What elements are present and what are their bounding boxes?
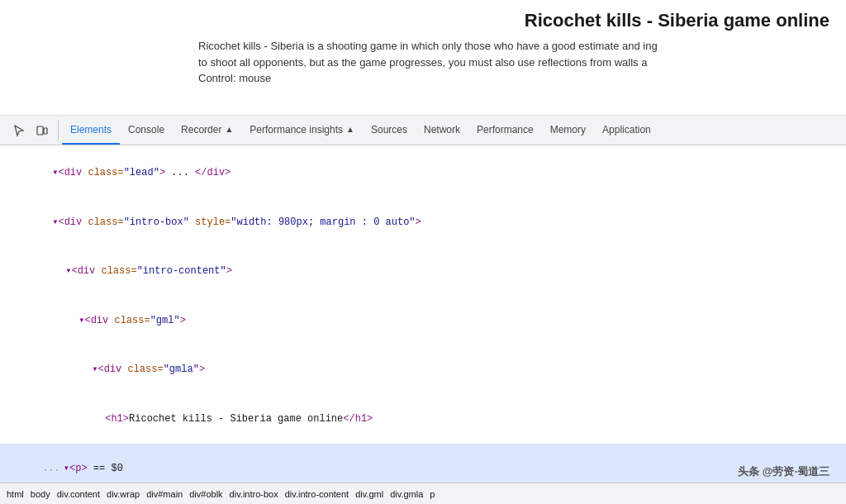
- html-line-3[interactable]: ▾<div class="intro-content">: [0, 247, 846, 297]
- svg-rect-1: [44, 128, 47, 134]
- html-line-6[interactable]: <h1>Ricochet kills - Siberia game online…: [0, 395, 846, 445]
- svg-rect-0: [37, 126, 43, 135]
- tab-recorder[interactable]: Recorder ▲: [173, 116, 241, 145]
- tab-elements[interactable]: ↓ Elements: [62, 116, 120, 145]
- breadcrumb-p[interactable]: p: [430, 489, 435, 499]
- html-line-1[interactable]: ▾<div class="lead"> ... </div>: [0, 149, 846, 198]
- breadcrumb-div-oblk[interactable]: div#oblk: [189, 489, 222, 499]
- tab-performance[interactable]: Performance: [468, 116, 542, 145]
- html-line-4[interactable]: ▾<div class="gml">: [0, 297, 846, 346]
- page-description: Ricochet kills - Siberia is a shooting g…: [198, 38, 829, 87]
- desc-line2: to shoot all opponents, but as the game …: [198, 56, 647, 69]
- page-title: Ricochet kills - Siberia game online: [198, 10, 829, 31]
- tab-sources[interactable]: Sources: [363, 116, 416, 145]
- breadcrumb-div-intro-box[interactable]: div.intro-box: [230, 489, 278, 499]
- tab-console-label: Console: [128, 124, 164, 136]
- breadcrumb-div-main[interactable]: div#main: [146, 489, 183, 499]
- tab-performance-insights-label: Performance insights: [250, 124, 343, 136]
- recorder-triangle-icon: ▲: [225, 125, 233, 134]
- tab-performance-label: Performance: [477, 124, 534, 136]
- cursor-icon[interactable]: [8, 120, 30, 141]
- devtools-content: ▾<div class="lead"> ... </div> ▾<div cla…: [0, 145, 846, 483]
- html-line-7[interactable]: ...▾<p> == $0: [0, 444, 846, 483]
- tab-recorder-label: Recorder: [181, 124, 221, 136]
- tab-network[interactable]: Network: [416, 116, 468, 145]
- desc-line3: Control: mouse: [198, 72, 271, 84]
- breadcrumb-div-gmla[interactable]: div.gmla: [390, 489, 423, 499]
- tab-console[interactable]: Console: [120, 116, 173, 145]
- toolbar-icons: [3, 120, 59, 141]
- tab-memory-label: Memory: [550, 124, 586, 136]
- breadcrumb-div-content[interactable]: div.content: [57, 489, 100, 499]
- watermark: 头条 @劳资·蜀道三: [738, 464, 829, 479]
- perf-triangle-icon: ▲: [346, 125, 354, 134]
- page-preview: Ricochet kills - Siberia game online Ric…: [0, 0, 846, 116]
- breadcrumb-div-wrap[interactable]: div.wrap: [107, 489, 140, 499]
- devtools-toolbar: ↓ Elements Console Recorder ▲ Performanc…: [0, 116, 846, 145]
- tab-network-label: Network: [424, 124, 460, 136]
- tab-performance-insights[interactable]: Performance insights ▲: [241, 116, 363, 145]
- breadcrumb-bar: html body div.content div.wrap div#main …: [0, 483, 846, 504]
- tab-memory[interactable]: Memory: [542, 116, 594, 145]
- tab-elements-label: Elements: [70, 124, 112, 136]
- devtools-tabs: ↓ Elements Console Recorder ▲ Performanc…: [62, 116, 843, 145]
- breadcrumb-body[interactable]: body: [31, 489, 50, 499]
- html-line-5[interactable]: ▾<div class="gmla">: [0, 345, 846, 395]
- breadcrumb-div-gml[interactable]: div.gml: [355, 489, 383, 499]
- tag-span: ▾<div: [52, 167, 88, 178]
- tab-sources-label: Sources: [371, 124, 407, 136]
- tab-application-label: Application: [602, 124, 651, 136]
- breadcrumb-html[interactable]: html: [7, 489, 24, 499]
- html-line-2[interactable]: ▾<div class="intro-box" style="width: 98…: [0, 198, 846, 248]
- desc-line1: Ricochet kills - Siberia is a shooting g…: [198, 40, 658, 52]
- tab-application[interactable]: Application: [594, 116, 659, 145]
- device-toggle-icon[interactable]: [31, 120, 53, 141]
- dot-indicator: ...: [42, 463, 60, 474]
- breadcrumb-div-intro-content[interactable]: div.intro-content: [285, 489, 349, 499]
- elements-panel[interactable]: ▾<div class="lead"> ... </div> ▾<div cla…: [0, 145, 846, 483]
